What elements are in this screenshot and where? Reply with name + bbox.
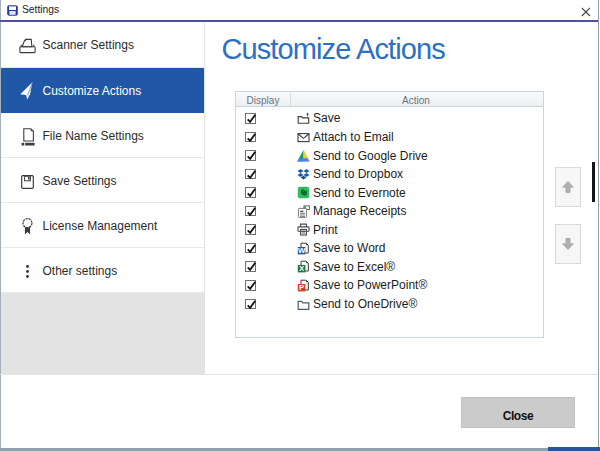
- svg-text:W: W: [298, 246, 306, 255]
- svg-text:X: X: [299, 265, 305, 274]
- svg-text:P: P: [299, 283, 304, 292]
